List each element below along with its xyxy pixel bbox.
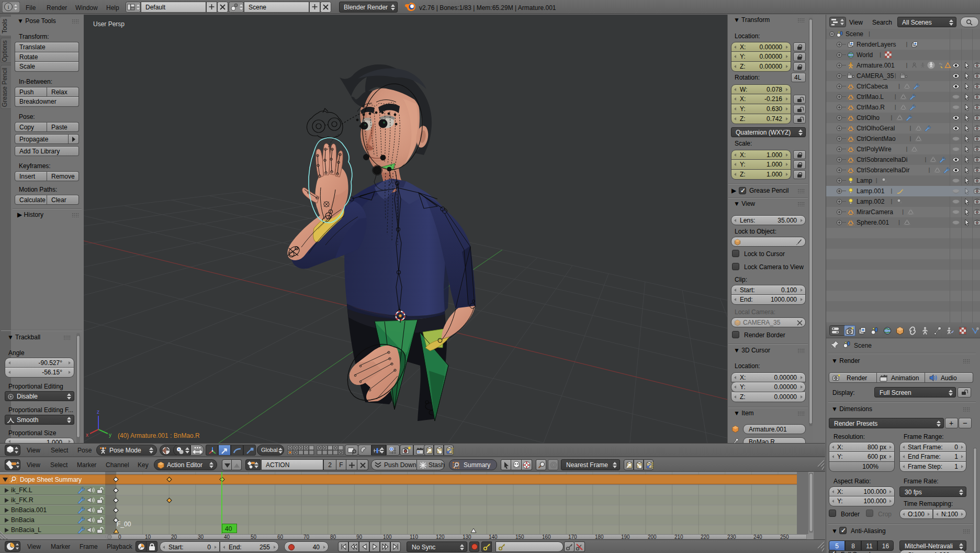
svg-text:10: 10	[145, 534, 151, 540]
svg-text:z: z	[97, 409, 99, 415]
svg-text:140: 140	[489, 534, 498, 540]
svg-text:20: 20	[171, 534, 177, 540]
svg-text:160: 160	[542, 534, 551, 540]
svg-text:210: 210	[674, 534, 683, 540]
svg-text:250: 250	[780, 534, 789, 540]
svg-text:180: 180	[595, 534, 604, 540]
svg-text:80: 80	[330, 534, 336, 540]
svg-text:230: 230	[727, 534, 736, 540]
svg-text:40: 40	[224, 534, 230, 540]
svg-text:70: 70	[303, 534, 310, 540]
svg-text:240: 240	[753, 534, 762, 540]
svg-text:User Persp: User Persp	[93, 20, 125, 28]
svg-text:170: 170	[568, 534, 577, 540]
svg-text:0: 0	[118, 534, 121, 540]
svg-text:120: 120	[436, 534, 445, 540]
svg-text:50: 50	[251, 534, 257, 540]
svg-text:(40) Armature.001 : BnMao.R: (40) Armature.001 : BnMao.R	[118, 432, 200, 439]
svg-text:90: 90	[356, 534, 363, 540]
svg-text:y: y	[109, 432, 111, 438]
svg-text:30: 30	[198, 534, 204, 540]
svg-text:150: 150	[515, 534, 524, 540]
svg-text:130: 130	[463, 534, 471, 540]
svg-text:190: 190	[621, 534, 630, 540]
svg-text:110: 110	[410, 534, 418, 540]
svg-text:60: 60	[277, 534, 284, 540]
svg-text:220: 220	[701, 534, 709, 540]
svg-text:100: 100	[383, 534, 392, 540]
svg-text:200: 200	[648, 534, 657, 540]
svg-text:x: x	[86, 432, 88, 438]
svg-text:i: i	[7, 4, 9, 10]
